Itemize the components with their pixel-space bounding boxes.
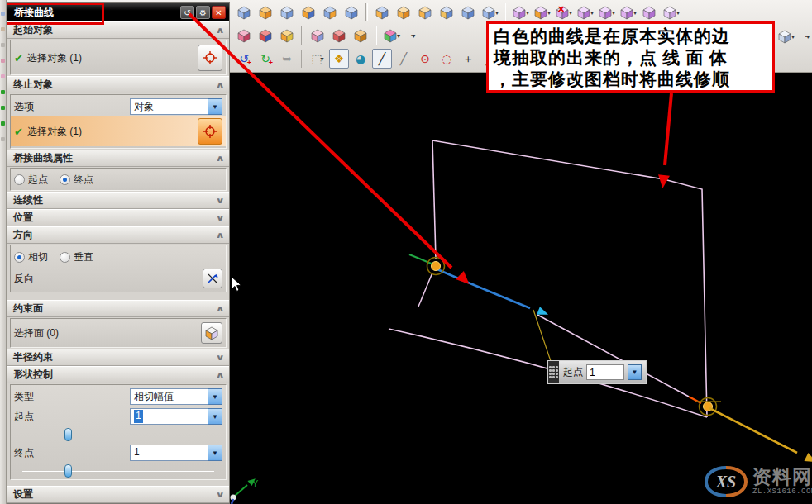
resize-blend-icon[interactable]: ▾ [596,2,616,22]
spinner-down-icon[interactable]: ▼ [628,364,642,380]
studio-surface-icon[interactable] [234,26,254,45]
collapse-up-icon[interactable]: ∧ [215,370,224,379]
float-start-value-input[interactable]: 1 [586,364,624,380]
radio-perpendicular[interactable] [60,252,70,263]
spinner-down-icon[interactable]: ▼ [208,445,222,461]
delete-face-icon[interactable]: ✕▾ [553,2,573,22]
collapse-up-icon[interactable]: ∧ [215,304,224,313]
center-point-snap-icon[interactable]: ⊙ [415,49,435,69]
end-select-row[interactable]: ✔ 选择对象 (1) [11,116,226,146]
section-constraint-face-label: 约束面 [13,302,43,316]
radio-tangent[interactable] [14,252,25,263]
end-value-field[interactable]: 1 ▼ [130,445,222,461]
bridge-curve[interactable] [437,269,530,308]
trimmed-sheet-icon[interactable] [320,2,340,22]
move-face-icon[interactable]: ▾ [510,2,530,22]
swoop-surface-icon[interactable] [277,26,297,45]
collapse-down-icon[interactable]: ∨ [215,353,224,362]
rectangle-select-icon[interactable]: ⬚▾ [308,49,327,69]
dialog-close-button[interactable]: ✕ [212,6,226,19]
spinner-down-icon[interactable]: ▼ [208,408,222,425]
section-direction-label: 方向 [13,228,33,242]
section-radius-constraint[interactable]: 半径约束 ∨ [7,349,229,366]
start-value-field[interactable]: 1 ▼ [130,408,222,425]
onscreen-start-input[interactable]: 起点 1 ▼ [547,360,647,384]
more-surface-icon[interactable]: ·▾ [403,26,423,45]
section-start-object[interactable]: 起始对象 ∧ [7,21,229,39]
quadrant-point-snap-icon[interactable]: ◌ [437,49,456,69]
section-direction[interactable]: 方向 ∧ [7,226,229,244]
triad-y-label: Y [252,478,259,488]
section-constraint-face[interactable]: 约束面 ∧ [7,300,229,317]
section-shape-control[interactable]: 形状控制 ∧ [7,366,229,383]
swept-surface-icon[interactable] [234,2,254,22]
collapse-up-icon[interactable]: ∧ [215,231,224,240]
paint-tool-icon[interactable]: ▾ [776,26,795,46]
section-continuity[interactable]: 连续性 ∨ [7,192,229,209]
shell-face-icon[interactable]: ▾ [661,2,681,22]
start-handle-ball[interactable] [432,262,441,271]
chevron-down-icon[interactable]: ▼ [208,98,222,115]
pull-face-icon[interactable]: ▾ [532,2,552,22]
orient-point-icon[interactable]: ↺+ [234,49,254,69]
mid-point-snap-icon[interactable]: ╱ [394,49,413,69]
end-select-target-button[interactable] [198,118,222,145]
radio-end-point[interactable] [60,174,70,185]
shell-icon[interactable] [437,2,456,22]
start-select-target-button[interactable] [198,45,222,71]
dialog-settings-gear-button[interactable]: ⚙ [196,6,210,19]
dialog-titlebar[interactable]: 桥接曲线 ↺ ⚙ ✕ [7,3,229,21]
orient-point-wcs-icon[interactable]: ↻+ [256,49,275,69]
option-combo[interactable]: 对象 ▼ [130,98,222,115]
snap-options-icon[interactable]: ◕ [351,49,370,69]
linear-dimension-face-icon[interactable]: ▾ [618,2,638,22]
face-blend-icon[interactable] [415,2,435,22]
collapse-up-icon[interactable]: ∧ [215,80,224,89]
end-slider-thumb[interactable] [64,464,72,478]
float-start-label: 起点 [563,365,583,379]
section-end-object[interactable]: 终止对象 ∧ [7,76,229,93]
section-settings[interactable]: 设置 ∨ [7,486,229,503]
more-tools-icon[interactable]: ·▾ [797,26,812,46]
copy-face-icon[interactable]: ▾ [575,2,595,22]
edge-blend-icon[interactable] [394,2,413,22]
end-slider[interactable] [22,463,214,479]
intersection-snap-icon[interactable]: ＋ [458,49,478,69]
drag-handle[interactable] [548,361,559,383]
section-bridge-properties[interactable]: 桥接曲线属性 ∧ [7,150,229,167]
collapse-down-icon[interactable]: ∨ [215,490,224,499]
type-combo[interactable]: 相切幅值 ▼ [130,388,222,405]
dialog-reset-button[interactable]: ↺ [180,6,194,19]
magnitude-arrow-line[interactable] [709,408,797,453]
end-point-snap-icon[interactable]: ╱ [372,49,392,69]
patch-opening-icon[interactable] [299,2,318,22]
radio-start-point[interactable] [14,174,25,185]
through-curves-icon[interactable] [256,26,275,45]
ruled-surface-icon[interactable] [308,26,327,45]
graphics-viewport[interactable]: Y [230,73,812,504]
draft-icon[interactable] [458,2,478,22]
toolbar-row-features: ▾ ▾ ▾ ✕▾ ▾ ▾ ▾ ▾ [234,2,681,23]
collapse-up-icon[interactable]: ∧ [215,26,224,35]
studio-analysis-icon[interactable]: ▾ [381,26,401,45]
collapse-up-icon[interactable]: ∧ [215,154,224,163]
section-location[interactable]: 位置 ∨ [7,209,229,226]
start-slider[interactable] [22,426,214,443]
select-face-button[interactable] [201,322,222,344]
inferred-constraint-icon[interactable]: ➥ [277,49,297,69]
extrude-icon[interactable] [372,2,392,22]
bounded-plane-icon[interactable] [342,2,361,22]
section-surface-icon[interactable] [256,2,275,22]
start-slider-thumb[interactable] [64,428,72,441]
n-sided-surface-icon[interactable] [351,26,370,45]
collapse-down-icon[interactable]: ∨ [215,213,224,222]
curve-mesh-icon[interactable] [329,26,349,45]
sphere-icon[interactable]: ▾ [480,2,499,22]
snap-point-toggle-icon[interactable]: ❖ [329,49,349,69]
chevron-down-icon[interactable]: ▼ [208,388,222,405]
group-face-icon[interactable] [639,2,659,22]
watermark-site-name: 资料网 [752,468,812,487]
reverse-direction-button[interactable] [203,269,222,288]
offset-surface-icon[interactable] [277,2,297,22]
collapse-down-icon[interactable]: ∨ [215,196,224,205]
